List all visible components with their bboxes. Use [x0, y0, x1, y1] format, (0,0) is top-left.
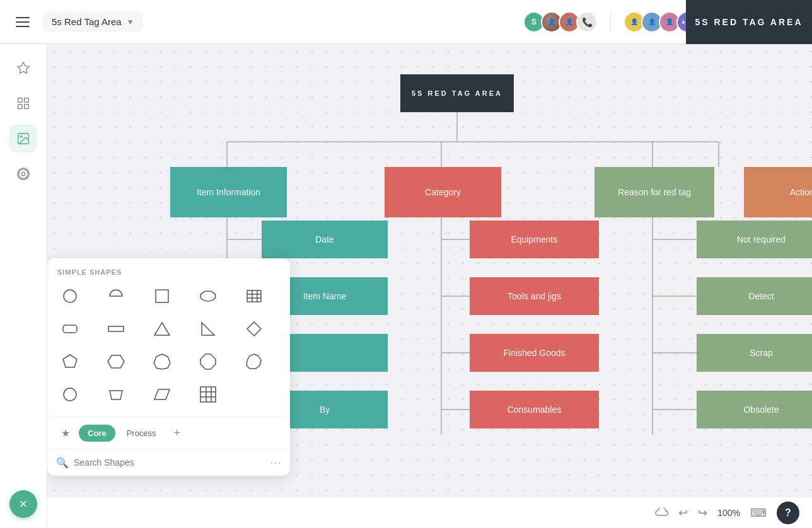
shapes-tabs: ★ Core Process +: [47, 417, 290, 449]
node-scrap[interactable]: Scrap: [697, 334, 812, 372]
svg-rect-39: [108, 326, 124, 331]
svg-rect-31: [156, 290, 168, 302]
help-button[interactable]: ?: [777, 502, 799, 524]
undo-button[interactable]: ↩: [678, 506, 688, 520]
doc-title-area[interactable]: 5s Red Tag Area ▼: [43, 11, 143, 32]
node-detect[interactable]: Detect: [697, 277, 812, 315]
svg-point-29: [64, 290, 76, 302]
shapes-tab-favorites[interactable]: ★: [55, 423, 76, 443]
svg-rect-38: [63, 325, 77, 333]
svg-marker-45: [154, 354, 170, 369]
svg-rect-33: [247, 290, 261, 302]
node-item-name-label: Item Name: [303, 291, 346, 301]
shape-hexagon[interactable]: [101, 347, 131, 377]
svg-marker-46: [200, 354, 216, 369]
fab-close-button[interactable]: ×: [9, 490, 37, 518]
node-category[interactable]: Category: [385, 167, 501, 217]
left-sidebar: ×: [0, 44, 47, 528]
shape-pentagon[interactable]: [55, 347, 85, 377]
svg-marker-40: [154, 323, 170, 335]
svg-marker-42: [247, 322, 261, 336]
root-node[interactable]: 5S RED TAG AREA: [400, 74, 514, 112]
search-more-button[interactable]: ⋯: [270, 456, 281, 469]
node-detect-label: Detect: [748, 291, 774, 301]
shape-wide-rect[interactable]: [101, 314, 131, 344]
cloud-icon[interactable]: [654, 508, 668, 518]
svg-marker-47: [246, 354, 261, 369]
shape-diamond[interactable]: [239, 314, 269, 344]
svg-marker-44: [108, 355, 124, 368]
shapes-tab-process[interactable]: Process: [118, 425, 165, 442]
shape-circle[interactable]: [55, 281, 85, 311]
node-finished-goods-label: Finished Goods: [503, 348, 565, 358]
svg-marker-43: [63, 355, 77, 367]
sidebar-icon-grid[interactable]: [9, 89, 37, 117]
node-obsolete-label: Obsolete: [743, 405, 779, 415]
shape-heptagon[interactable]: [147, 347, 177, 377]
shape-octagon[interactable]: [193, 347, 223, 377]
chevron-down-icon: ▼: [127, 18, 134, 26]
node-equipments-label: Equipments: [511, 234, 558, 244]
shape-trapezoid[interactable]: [101, 379, 131, 410]
shapes-section-label: SIMPLE SHAPES: [47, 258, 290, 281]
node-by-label: By: [320, 405, 330, 415]
avatar-phone[interactable]: 📞: [576, 11, 598, 33]
svg-point-48: [64, 388, 76, 401]
svg-marker-41: [202, 323, 214, 335]
menu-button[interactable]: [10, 9, 35, 35]
shape-parallelogram[interactable]: [147, 379, 177, 410]
shape-triangle[interactable]: [147, 314, 177, 344]
node-date[interactable]: Date: [262, 221, 388, 258]
node-obsolete[interactable]: Obsolete: [697, 391, 812, 428]
node-finished-goods[interactable]: Finished Goods: [470, 334, 599, 372]
node-equipments[interactable]: Equipments: [470, 221, 599, 258]
shape-grid[interactable]: [193, 379, 223, 410]
zoom-level: 100%: [717, 508, 740, 518]
node-tools-label: Tools and jigs: [508, 291, 561, 301]
node-date-label: Date: [315, 234, 334, 244]
svg-point-32: [200, 291, 216, 301]
node-consumables-label: Consumables: [508, 405, 562, 415]
sidebar-icon-image[interactable]: [9, 125, 37, 152]
svg-marker-50: [154, 389, 170, 399]
node-action[interactable]: Action: [744, 167, 812, 217]
canvas[interactable]: 5S RED TAG AREA Item Information Categor…: [47, 44, 812, 528]
node-category-label: Category: [425, 187, 461, 197]
shapes-tab-add[interactable]: +: [168, 423, 187, 444]
shape-half-circle[interactable]: [101, 281, 131, 311]
node-action-label: Action: [790, 187, 812, 197]
svg-point-6: [20, 135, 22, 137]
header-divider: [610, 12, 611, 32]
shape-right-triangle[interactable]: [193, 314, 223, 344]
shapes-tab-core[interactable]: Core: [79, 425, 115, 442]
node-tools[interactable]: Tools and jigs: [470, 277, 599, 315]
sidebar-icon-star[interactable]: [9, 54, 37, 82]
svg-rect-4: [25, 105, 28, 108]
shape-rounded-rect[interactable]: [55, 314, 85, 344]
shapes-grid: [47, 281, 290, 417]
svg-rect-3: [18, 105, 22, 108]
redo-button[interactable]: ↪: [698, 506, 707, 520]
svg-point-7: [21, 172, 25, 176]
shapes-panel: SIMPLE SHAPES: [47, 258, 290, 476]
sidebar-icon-shapes[interactable]: [9, 160, 37, 188]
search-input[interactable]: [74, 457, 265, 468]
doc-title: 5s Red Tag Area: [52, 16, 122, 27]
node-item-information[interactable]: Item Information: [170, 167, 287, 217]
header-dark-title: 5S RED TAG AREA: [695, 17, 803, 27]
search-icon: 🔍: [56, 457, 69, 469]
shape-nonagon[interactable]: [239, 347, 269, 377]
node-reason[interactable]: Reason for red tag: [594, 167, 714, 217]
node-reason-label: Reason for red tag: [618, 187, 691, 197]
shape-ellipse[interactable]: [193, 281, 223, 311]
shape-circle-2[interactable]: [55, 379, 85, 410]
sidebar-bottom: ×: [9, 490, 37, 518]
node-consumables[interactable]: Consumables: [470, 391, 599, 428]
node-not-required[interactable]: Not required: [697, 221, 812, 258]
node-scrap-label: Scrap: [750, 348, 773, 358]
shape-square[interactable]: [147, 281, 177, 311]
avatar-group: S 👤 👤 📞: [523, 11, 598, 33]
shape-table[interactable]: [239, 281, 269, 311]
keyboard-icon[interactable]: ⌨: [750, 506, 767, 520]
root-node-label: 5S RED TAG AREA: [412, 89, 502, 97]
